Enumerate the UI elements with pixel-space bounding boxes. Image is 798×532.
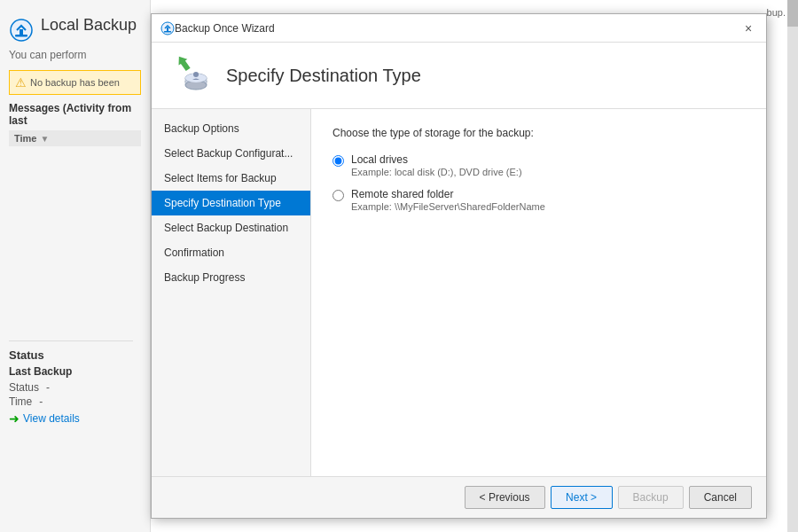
app-sidebar: Local Backup You can perform ⚠ No backup…	[0, 0, 151, 532]
content-description: Choose the type of storage for the backu…	[332, 127, 745, 139]
time-row: Time -	[9, 395, 133, 408]
warning-icon: ⚠	[15, 75, 27, 90]
sidebar-title: Local Backup	[41, 16, 137, 35]
radio-option-remote-shared-folder: Remote shared folderExample: \\MyFileSer…	[332, 188, 745, 212]
backup-button[interactable]: Backup	[618, 486, 684, 509]
radio-example-local-drives: Example: local disk (D:), DVD drive (E:)	[351, 167, 522, 177]
svg-rect-1	[20, 29, 23, 35]
view-details-link[interactable]: ➜ View details	[9, 411, 133, 426]
radio-label-local-drives[interactable]: Local drivesExample: local disk (D:), DV…	[332, 153, 745, 177]
status-row: Status -	[9, 381, 133, 394]
sidebar-subtitle: You can perform	[9, 49, 141, 61]
next-button[interactable]: Next >	[551, 486, 613, 509]
radio-option-local-drives: Local drivesExample: local disk (D:), DV…	[332, 153, 745, 177]
svg-marker-6	[175, 53, 192, 73]
step-item-backup-progress[interactable]: Backup Progress	[152, 265, 310, 290]
dialog-body: Backup OptionsSelect Backup Configurat..…	[152, 109, 766, 476]
dialog-titlebar: Backup Once Wizard ×	[152, 14, 766, 43]
step-item-select-items-for-backup[interactable]: Select Items for Backup	[152, 166, 310, 191]
time-value: -	[39, 395, 43, 408]
messages-header: Messages (Activity from last	[9, 102, 141, 127]
radio-example-remote-shared-folder: Example: \\MyFileServer\SharedFolderName	[351, 201, 545, 212]
dialog-header: Specify Destination Type	[152, 43, 766, 109]
last-backup-label: Last Backup	[9, 365, 133, 378]
status-value: -	[46, 381, 50, 394]
scrollbar[interactable]	[787, 0, 798, 532]
step-item-select-backup-destination[interactable]: Select Backup Destination	[152, 215, 310, 240]
radio-options-container: Local drivesExample: local disk (D:), DV…	[332, 153, 745, 212]
radio-input-remote-shared-folder[interactable]	[332, 190, 344, 201]
backup-icon-sidebar	[9, 18, 34, 43]
steps-panel: Backup OptionsSelect Backup Configurat..…	[152, 109, 311, 476]
radio-label-remote-shared-folder[interactable]: Remote shared folderExample: \\MyFileSer…	[332, 188, 745, 212]
scrollbar-thumb[interactable]	[787, 0, 798, 27]
dialog-header-title: Specify Destination Type	[226, 66, 421, 86]
step-item-specify-destination-type[interactable]: Specify Destination Type	[152, 191, 310, 215]
backup-wizard-dialog: Backup Once Wizard × Specify Destination…	[151, 13, 767, 519]
cancel-button[interactable]: Cancel	[689, 486, 752, 509]
time-label: Time	[9, 395, 32, 408]
time-column-header: Time ▼	[9, 130, 141, 146]
divider	[9, 340, 133, 341]
radio-title-local-drives: Local drives	[351, 153, 522, 166]
dialog-close-button[interactable]: ×	[739, 20, 757, 37]
warning-text: No backup has been	[30, 77, 120, 88]
svg-point-12	[193, 72, 199, 77]
dialog-title-text: Backup Once Wizard	[175, 22, 739, 35]
svg-rect-4	[167, 27, 168, 31]
status-section: Status Last Backup Status - Time - ➜ Vie…	[9, 340, 133, 426]
step-item-backup-options[interactable]: Backup Options	[152, 116, 310, 141]
svg-rect-5	[164, 31, 171, 33]
content-panel: Choose the type of storage for the backu…	[311, 109, 766, 476]
step-item-confirmation[interactable]: Confirmation	[152, 240, 310, 265]
arrow-icon: ➜	[9, 411, 20, 426]
radio-input-local-drives[interactable]	[332, 155, 344, 167]
previous-button[interactable]: < Previous	[465, 486, 545, 509]
radio-title-remote-shared-folder: Remote shared folder	[351, 188, 545, 200]
warning-bar: ⚠ No backup has been	[9, 70, 141, 95]
dialog-header-icon	[169, 53, 214, 98]
bup-label: bup.	[767, 7, 786, 18]
svg-rect-2	[15, 35, 27, 37]
status-label: Status	[9, 381, 39, 394]
dialog-footer: < Previous Next > Backup Cancel	[152, 476, 766, 518]
dialog-title-icon	[160, 21, 175, 35]
status-title: Status	[9, 348, 133, 362]
step-item-select-backup-configuration[interactable]: Select Backup Configurat...	[152, 141, 310, 166]
